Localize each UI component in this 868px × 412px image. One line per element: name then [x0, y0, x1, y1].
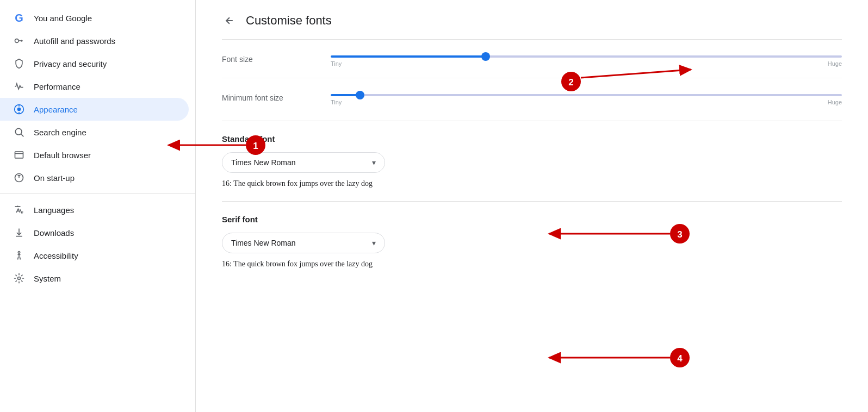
serif-font-dropdown[interactable]: Times New Roman ▾ [222, 233, 385, 253]
serif-font-title: Serif font [222, 215, 842, 224]
standard-font-preview: 16: The quick brown fox jumps over the l… [222, 179, 842, 188]
serif-font-dropdown-arrow: ▾ [372, 239, 376, 247]
sidebar-label-accessibility: Accessibility [34, 251, 78, 260]
font-size-row: Font size Tiny Huge [222, 40, 842, 78]
sidebar-label-on-startup: On start-up [34, 173, 75, 183]
sidebar-item-on-startup[interactable]: On start-up [0, 166, 189, 189]
svg-point-0 [15, 39, 19, 43]
system-icon [13, 272, 25, 284]
svg-point-4 [17, 108, 21, 111]
main-content: Customise fonts Font size Tiny Huge Mini… [196, 0, 868, 412]
standard-font-value: Times New Roman [231, 158, 296, 167]
sidebar-item-system[interactable]: System [0, 267, 189, 290]
back-button[interactable] [222, 13, 237, 28]
sidebar-item-you-google[interactable]: G You and Google [0, 7, 189, 29]
appearance-icon [13, 103, 25, 115]
font-size-slider[interactable] [331, 55, 842, 58]
svg-rect-9 [15, 152, 23, 158]
page-wrapper: G You and Google Autofill and passwords … [0, 0, 868, 412]
min-font-size-slider-labels: Tiny Huge [331, 99, 842, 105]
page-title: Customise fonts [246, 14, 332, 28]
font-size-slider-container: Tiny Huge [331, 51, 842, 67]
sliders-section: Font size Tiny Huge Minimum font size Ti… [222, 40, 842, 121]
downloads-icon [13, 227, 25, 239]
sidebar-label-appearance: Appearance [34, 105, 78, 114]
sidebar-item-performance[interactable]: Performance [0, 75, 189, 98]
sidebar-item-default-browser[interactable]: Default browser [0, 143, 189, 166]
sidebar-item-autofill[interactable]: Autofill and passwords [0, 29, 189, 52]
sidebar-divider [0, 193, 195, 194]
sidebar-item-downloads[interactable]: Downloads [0, 221, 189, 244]
min-font-size-row: Minimum font size Tiny Huge [222, 78, 842, 116]
min-font-size-slider-container: Tiny Huge [331, 89, 842, 105]
svg-line-8 [21, 134, 23, 136]
google-icon: G [13, 12, 25, 24]
sidebar-label-privacy: Privacy and security [34, 59, 107, 68]
font-size-huge-label: Huge [828, 60, 842, 67]
sidebar-label-downloads: Downloads [34, 228, 74, 238]
sidebar-label-performance: Performance [34, 82, 80, 91]
standard-font-dropdown[interactable]: Times New Roman ▾ [222, 152, 385, 173]
svg-point-7 [15, 128, 22, 135]
sidebar-label-languages: Languages [34, 205, 74, 215]
standard-font-dropdown-arrow: ▾ [372, 158, 376, 167]
standard-font-section: Standard font Times New Roman ▾ 16: The … [222, 121, 842, 202]
sidebar-label-system: System [34, 274, 61, 283]
sidebar-item-appearance[interactable]: Appearance [0, 98, 189, 121]
serif-font-section: Serif font Times New Roman ▾ 16: The qui… [222, 202, 842, 282]
standard-font-title: Standard font [222, 134, 842, 143]
sidebar-item-search-engine[interactable]: Search engine [0, 121, 189, 143]
sidebar-label-autofill: Autofill and passwords [34, 36, 115, 46]
sidebar-item-languages[interactable]: Languages [0, 198, 189, 221]
sidebar-label-default-browser: Default browser [34, 151, 91, 160]
font-size-tiny-label: Tiny [331, 60, 342, 67]
key-icon [13, 35, 25, 47]
min-font-size-huge-label: Huge [828, 99, 842, 105]
performance-icon [13, 80, 25, 92]
page-header: Customise fonts [222, 0, 842, 40]
serif-font-value: Times New Roman [231, 239, 296, 247]
sidebar-label-search-engine: Search engine [34, 128, 86, 137]
shield-icon [13, 58, 25, 70]
font-size-slider-labels: Tiny Huge [331, 60, 842, 67]
languages-icon [13, 204, 25, 216]
serif-font-preview: 16: The quick brown fox jumps over the l… [222, 260, 842, 269]
svg-point-15 [18, 277, 21, 280]
min-font-size-label: Minimum font size [222, 89, 331, 102]
min-font-size-slider[interactable] [331, 94, 842, 96]
svg-point-14 [18, 252, 20, 253]
browser-icon [13, 149, 25, 161]
accessibility-icon [13, 249, 25, 261]
font-size-label: Font size [222, 51, 331, 64]
min-font-size-tiny-label: Tiny [331, 99, 342, 105]
search-icon [13, 126, 25, 138]
sidebar-item-accessibility[interactable]: Accessibility [0, 244, 189, 267]
sidebar-item-privacy[interactable]: Privacy and security [0, 52, 189, 75]
sidebar-label-you-google: You and Google [34, 14, 92, 23]
startup-icon [13, 172, 25, 184]
sidebar: G You and Google Autofill and passwords … [0, 0, 196, 412]
